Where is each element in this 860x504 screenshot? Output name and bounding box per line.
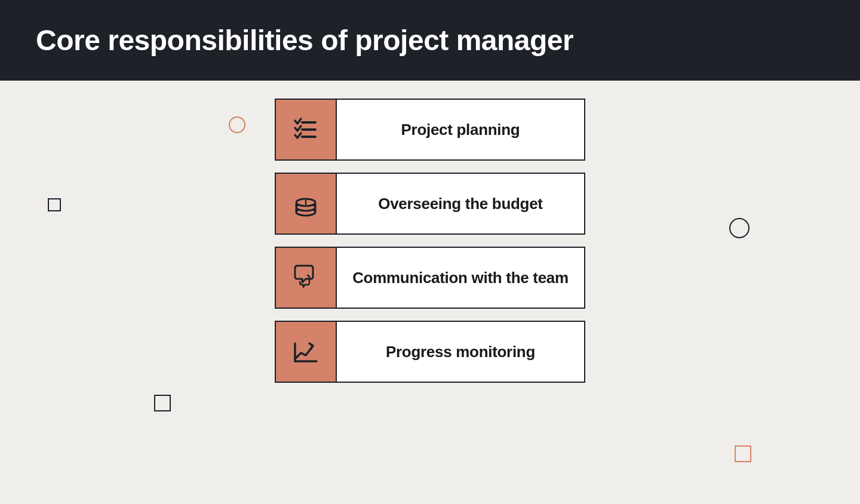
icon-box-budget [276, 174, 336, 233]
list-item: Progress monitoring [275, 321, 585, 383]
content-area: Project planning Overseeing the b [0, 81, 860, 413]
chart-icon [289, 335, 322, 368]
label-box-budget: Overseeing the budget [336, 174, 584, 233]
communication-label: Communication with the team [352, 269, 569, 287]
chat-icon [289, 261, 322, 294]
deco-square-bottom-right [735, 445, 751, 462]
page-title: Core responsibilities of project manager [36, 24, 824, 57]
list-item: Communication with the team [275, 247, 585, 309]
label-box-communication: Communication with the team [336, 248, 584, 308]
project-planning-label: Project planning [401, 121, 520, 139]
list-item: Project planning [275, 99, 585, 161]
page-header: Core responsibilities of project manager [0, 0, 860, 81]
label-box-project-planning: Project planning [336, 100, 584, 159]
icon-box-project-planning [276, 100, 336, 159]
progress-label: Progress monitoring [386, 343, 535, 361]
coins-icon [289, 187, 322, 220]
label-box-progress: Progress monitoring [336, 322, 584, 382]
budget-label: Overseeing the budget [378, 195, 542, 213]
icon-box-communication [276, 248, 336, 308]
icon-box-progress [276, 322, 336, 382]
list-item: Overseeing the budget [275, 173, 585, 235]
checklist-icon [289, 113, 322, 146]
